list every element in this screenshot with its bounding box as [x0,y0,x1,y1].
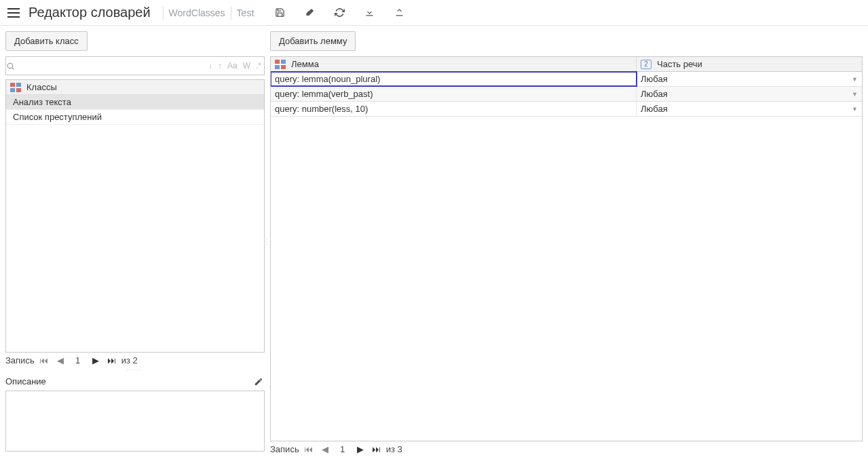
list-item[interactable]: Список преступлений [6,110,264,125]
table-row[interactable]: query: lemma(verb_past) Любая▼ [271,87,862,102]
grid-icon [275,60,286,69]
table-row[interactable]: query: number(less, 10) Любая▼ [271,102,862,117]
whole-word-toggle[interactable]: W [240,61,253,71]
add-lemma-button[interactable]: Добавить лемму [270,31,356,51]
list-item[interactable]: Анализ текста [6,95,264,110]
eraser-icon[interactable] [304,7,315,18]
table-row[interactable]: query: lemma(noun_plural) Любая▼ [271,72,862,87]
column-header-pos[interactable]: 2 Часть речи [637,57,862,71]
left-pager: Запись ⏮ ◀ 1 ▶ ⏭ из 2 [5,353,265,368]
menu-button[interactable] [4,3,23,22]
pager-total: из 2 [121,355,138,365]
svg-rect-9 [281,65,286,69]
pager-label: Запись [270,444,299,454]
svg-rect-8 [275,65,280,69]
upload-icon[interactable] [394,7,404,18]
description-label: Описание [5,376,46,386]
svg-rect-2 [10,83,15,87]
pager-total: из 3 [386,444,402,454]
grid-header: Лемма 2 Часть речи [271,57,862,72]
pager-first-icon[interactable]: ⏮ [37,355,51,365]
svg-rect-3 [16,83,21,87]
pager-next-icon[interactable]: ▶ [354,444,367,454]
download-icon[interactable] [364,7,375,18]
cell-pos[interactable]: Любая▼ [637,72,862,86]
refresh-icon[interactable] [334,7,345,18]
pencil-icon[interactable] [254,377,263,386]
left-panel: Добавить класс ↓ ↑ Aa W .* Классы Анализ… [0,26,265,457]
svg-point-0 [7,63,13,68]
svg-rect-5 [16,88,21,92]
pager-first-icon[interactable]: ⏮ [302,444,316,454]
top-bar: Редактор словарей WordClasses Test [0,0,868,26]
breadcrumb: WordClasses Test [157,6,254,20]
search-icon [6,62,22,71]
sort-up-icon[interactable]: ↑ [215,61,225,71]
cell-lemma[interactable]: query: lemma(noun_plural) [271,72,637,86]
cell-lemma[interactable]: query: number(less, 10) [271,102,637,116]
sort-down-icon[interactable]: ↓ [206,61,215,71]
svg-rect-4 [10,88,15,92]
class-list-header: Классы [6,80,264,95]
toolbar [274,7,404,18]
search-input[interactable] [22,61,206,71]
lemma-grid: Лемма 2 Часть речи query: lemma(noun_plu… [270,56,863,441]
case-toggle[interactable]: Aa [225,61,240,71]
pager-next-icon[interactable]: ▶ [89,355,102,365]
search-bar: ↓ ↑ Aa W .* [5,56,265,75]
column-header-lemma[interactable]: Лемма [271,57,637,71]
save-icon[interactable] [274,7,285,18]
chevron-down-icon: ▼ [852,91,858,98]
breadcrumb-item[interactable]: Test [237,7,254,18]
add-class-button[interactable]: Добавить класс [5,31,88,51]
description-box[interactable] [5,391,265,452]
chevron-down-icon: ▼ [852,76,858,83]
regex-toggle[interactable]: .* [253,61,264,71]
grid-icon [10,83,21,92]
class-list-header-label: Классы [26,82,57,92]
chevron-down-icon: ▼ [852,106,858,113]
pager-prev-icon[interactable]: ◀ [318,444,332,454]
cell-pos[interactable]: Любая▼ [637,87,862,101]
column-type-badge: 2 [641,60,652,69]
pager-prev-icon[interactable]: ◀ [54,355,67,365]
pager-current: 1 [70,355,86,365]
pager-label: Запись [5,355,35,365]
svg-rect-7 [281,60,286,64]
pager-last-icon[interactable]: ⏭ [105,355,119,365]
app-title: Редактор словарей [29,5,151,20]
cell-pos[interactable]: Любая▼ [637,102,862,116]
svg-rect-6 [275,60,280,64]
breadcrumb-item[interactable]: WordClasses [169,7,225,18]
pager-last-icon[interactable]: ⏭ [370,444,383,454]
svg-line-1 [12,68,14,69]
right-panel: Добавить лемму Лемма 2 Часть речи query:… [269,26,868,457]
class-list: Классы Анализ текста Список преступлений [5,79,265,353]
right-pager: Запись ⏮ ◀ 1 ▶ ⏭ из 3 [270,441,863,457]
pager-current: 1 [335,444,351,454]
cell-lemma[interactable]: query: lemma(verb_past) [271,87,637,101]
